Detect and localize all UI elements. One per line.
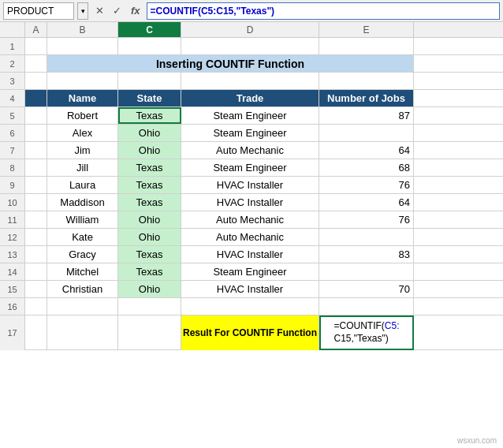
cell-d9[interactable]: HVAC Installer (181, 177, 319, 193)
cell-e7[interactable]: 64 (319, 142, 414, 159)
cell-e8[interactable]: 68 (319, 159, 414, 176)
cancel-icon[interactable]: ✕ (91, 3, 107, 19)
name-box[interactable]: PRODUCT (3, 2, 74, 20)
formula-input[interactable]: =COUNTIF(C5:C15,"Texas") (147, 2, 500, 20)
col-header-e[interactable]: E (319, 22, 414, 37)
cell-b16[interactable] (47, 298, 118, 315)
cell-c10[interactable]: Texas (118, 194, 181, 211)
cell-a12[interactable] (25, 229, 47, 245)
cell-b3[interactable] (47, 73, 118, 89)
cell-a8[interactable] (25, 159, 47, 176)
cell-d6[interactable]: Steam Engineer (181, 125, 319, 141)
row-num-header (0, 22, 25, 37)
cell-b1[interactable] (47, 38, 118, 54)
cell-b8[interactable]: Jill (47, 159, 118, 176)
cell-a7[interactable] (25, 142, 47, 159)
cell-d8[interactable]: Steam Engineer (181, 159, 319, 176)
cell-a15[interactable] (25, 281, 47, 297)
column-headers: A B C D E (0, 22, 503, 38)
cell-b17[interactable] (47, 315, 118, 350)
cell-a2[interactable] (25, 55, 47, 72)
cell-d5[interactable]: Steam Engineer (181, 107, 319, 124)
cell-b6[interactable]: Alex (47, 125, 118, 141)
row-num-14: 14 (0, 263, 25, 280)
table-row: 11 William Ohio Auto Mechanic 76 (0, 211, 503, 229)
cell-e6[interactable] (319, 125, 414, 141)
row-num-13: 13 (0, 246, 25, 263)
cell-e12[interactable] (319, 229, 414, 245)
cell-b12[interactable]: Kate (47, 229, 118, 245)
cell-c8[interactable]: Texas (118, 159, 181, 176)
cell-b15[interactable]: Christian (47, 281, 118, 297)
cell-b14[interactable]: Mitchel (47, 263, 118, 280)
cell-a4[interactable] (25, 90, 47, 106)
cell-d12[interactable]: Auto Mechanic (181, 229, 319, 245)
cell-d1[interactable] (181, 38, 319, 54)
col-header-b[interactable]: B (47, 22, 118, 37)
result-label-cell[interactable]: Result For COUNTIF Function (181, 315, 319, 350)
cell-b9[interactable]: Laura (47, 177, 118, 193)
cell-d11[interactable]: Auto Mechanic (181, 211, 319, 228)
formula-result-cell[interactable]: =COUNTIF(C5:C15,"Texas") (319, 315, 414, 350)
cell-b7[interactable]: Jim (47, 142, 118, 159)
cell-a1[interactable] (25, 38, 47, 54)
cell-e9[interactable]: 76 (319, 177, 414, 193)
cell-c6[interactable]: Ohio (118, 125, 181, 141)
cell-c15[interactable]: Ohio (118, 281, 181, 297)
cell-a10[interactable] (25, 194, 47, 211)
cell-d3[interactable] (181, 73, 319, 89)
col-header-c[interactable]: C (118, 22, 181, 37)
cell-c13[interactable]: Texas (118, 246, 181, 263)
cell-c7[interactable]: Ohio (118, 142, 181, 159)
name-box-dropdown[interactable]: ▾ (77, 2, 88, 20)
cell-e11[interactable]: 76 (319, 211, 414, 228)
cell-a14[interactable] (25, 263, 47, 280)
cell-c3[interactable] (118, 73, 181, 89)
col-header-d[interactable]: D (181, 22, 319, 37)
cell-c4[interactable]: State (118, 90, 181, 106)
col-header-a[interactable]: A (25, 22, 47, 37)
cell-d14[interactable]: Steam Engineer (181, 263, 319, 280)
cell-e14[interactable] (319, 263, 414, 280)
cell-c17[interactable] (118, 315, 181, 350)
confirm-icon[interactable]: ✓ (109, 3, 125, 19)
cell-e10[interactable]: 64 (319, 194, 414, 211)
cell-e13[interactable]: 83 (319, 246, 414, 263)
cell-a9[interactable] (25, 177, 47, 193)
cell-e5[interactable]: 87 (319, 107, 414, 124)
cell-b4[interactable]: Name (47, 90, 118, 106)
cell-b10[interactable]: Maddison (47, 194, 118, 211)
cell-e4[interactable]: Number of Jobs (319, 90, 414, 106)
cell-c5[interactable]: Texas (118, 107, 181, 124)
cell-c11[interactable]: Ohio (118, 211, 181, 228)
cell-c9[interactable]: Texas (118, 177, 181, 193)
cell-c16[interactable] (118, 298, 181, 315)
cell-e16[interactable] (319, 298, 414, 315)
cell-a11[interactable] (25, 211, 47, 228)
cell-d16[interactable] (181, 298, 319, 315)
cell-d4[interactable]: Trade (181, 90, 319, 106)
cell-a16[interactable] (25, 298, 47, 315)
cell-e15[interactable]: 70 (319, 281, 414, 297)
cell-b11[interactable]: William (47, 211, 118, 228)
cell-c14[interactable]: Texas (118, 263, 181, 280)
cell-b13[interactable]: Gracy (47, 246, 118, 263)
cell-a13[interactable] (25, 246, 47, 263)
cell-e3[interactable] (319, 73, 414, 89)
cell-c12[interactable]: Ohio (118, 229, 181, 245)
cell-a3[interactable] (25, 73, 47, 89)
cell-d15[interactable]: HVAC Installer (181, 281, 319, 297)
cell-d7[interactable]: Auto Mechanic (181, 142, 319, 159)
cell-b5[interactable]: Robert (47, 107, 118, 124)
formula-text: =COUNTIF(C5:C15,"Texas") (151, 6, 275, 17)
cell-a17[interactable] (25, 315, 47, 350)
spreadsheet-grid: 1 2 Inserting COUNTIF Function 3 4 (0, 38, 503, 350)
cell-a5[interactable] (25, 107, 47, 124)
header-state: State (137, 92, 162, 104)
cell-c1[interactable] (118, 38, 181, 54)
cell-e1[interactable] (319, 38, 414, 54)
cell-a6[interactable] (25, 125, 47, 141)
header-jobs: Number of Jobs (327, 92, 405, 104)
cell-d13[interactable]: HVAC Installer (181, 246, 319, 263)
cell-d10[interactable]: HVAC Installer (181, 194, 319, 211)
